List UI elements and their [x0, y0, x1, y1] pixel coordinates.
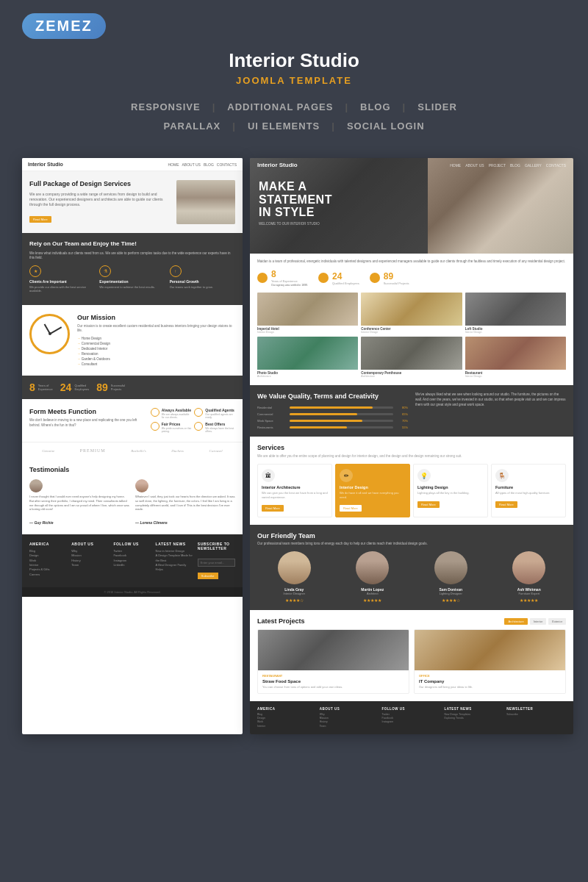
footer-col-about: ABOUT US Why Mission History Team	[71, 542, 109, 580]
form-feature-prices-text: Fair Prices We pride ourselves on fair p…	[162, 422, 192, 433]
right-stat-years-num: 8	[271, 269, 308, 279]
project-office[interactable]: Office IT Company Our designers will bri…	[414, 629, 566, 694]
bar-workspace-fill	[290, 420, 362, 422]
furniture-btn[interactable]: Read More	[495, 501, 517, 508]
mission-desc: Our mission is to create excellent custo…	[77, 324, 235, 334]
right-stat-years-label: Years of ExperienceOur agency was settle…	[271, 279, 308, 287]
feature-experiment-title: Experimentation	[99, 279, 165, 284]
team-ash: Ash Whitman Furniture Expert ★★★★★	[492, 551, 567, 603]
bar-workspace-track	[290, 420, 393, 422]
quality-desc: We've always liked what we see when look…	[415, 392, 566, 407]
project-restaurant[interactable]: Restaurant Straw Food Space You can choo…	[257, 629, 409, 694]
mission-title: Our Mission	[77, 314, 235, 321]
available-desc: We are always available for our clients.	[162, 413, 192, 419]
testimonial-2-avatar	[135, 479, 148, 492]
lighting-title: Lighting Design	[417, 485, 484, 490]
left-copyright: © 2016 Interior Studio. All Rights Reser…	[29, 590, 235, 594]
bar-residential-fill	[290, 406, 373, 409]
tab-exterior[interactable]: Exterior	[548, 618, 566, 625]
bar-residential-label: Residential	[257, 406, 287, 409]
rfc-follow-title: FOLLOW US	[382, 707, 442, 711]
stat-proj-icon	[370, 273, 380, 283]
portfolio-conference[interactable]: Conference Center Interior Design	[361, 293, 462, 334]
right-hero-nav: Interior Studio HOME ABOUT US PROJECT BL…	[250, 158, 573, 172]
testimonials-section: Testimonials I never thought that I woul…	[22, 459, 243, 534]
design-btn[interactable]: Read More	[340, 505, 362, 512]
rnav-project[interactable]: PROJECT	[489, 163, 506, 168]
footer-link-careers[interactable]: Careers	[29, 573, 67, 577]
right-hero-content: MAKE ASTATEMENTIN STYLE WELCOME TO OUR I…	[259, 180, 444, 226]
mission-item-home: Home Design	[77, 336, 235, 341]
portfolio-photo[interactable]: Photo Studio Architecture	[257, 337, 358, 378]
quality-title: We Value Quality, Terms and Creativity	[257, 392, 408, 401]
rfc-subscribe[interactable]: Subscribe	[506, 713, 566, 717]
bar-restaurants-track	[290, 426, 393, 429]
portfolio-img-loft	[465, 293, 566, 326]
left-brand: Interior Studio	[28, 162, 63, 167]
feature-pages: ADDITIONAL PAGES	[227, 98, 333, 117]
bar-residential-track	[290, 406, 393, 409]
footer-news-2[interactable]: A Design Template Made for the Best	[156, 553, 193, 563]
brand-rachelles: Rachelle's	[131, 449, 146, 453]
brand-duchess: Duchess	[171, 449, 184, 453]
feature-experiment: ⚗ Experimentation We experiment to achie…	[99, 265, 165, 298]
rnav-blog[interactable]: BLOG	[510, 163, 520, 168]
lighting-btn[interactable]: Read More	[417, 501, 440, 508]
form-feature-prices: Fair Prices We pride ourselves on fair p…	[151, 422, 192, 433]
rnav-contacts[interactable]: CONTACTS	[546, 163, 566, 168]
newsletter-subscribe-btn[interactable]: Subscribe	[198, 573, 218, 579]
team-martin: Martin Lopez Architect ★★★★★	[336, 551, 410, 603]
footer-news-3[interactable]: A Best Designer Family Helps	[156, 563, 193, 573]
rfc-interior[interactable]: Interior	[257, 725, 317, 728]
furniture-desc: All types of the most high-quality furni…	[495, 491, 562, 495]
footer-link-team[interactable]: Team	[71, 563, 109, 567]
sep1: |	[212, 98, 216, 117]
portfolio-penthouse[interactable]: Contemporary Penthouse Architecture	[361, 337, 462, 378]
service-furniture: 🪑 Furniture All types of the most high-q…	[491, 464, 566, 517]
portfolio-imperial[interactable]: Imperial Hotel Interior Design	[257, 293, 358, 334]
form-feature-available: Always Available We are always available…	[151, 408, 192, 419]
architecture-btn[interactable]: Read More	[262, 505, 284, 512]
team-desc: Our professional team members bring tons…	[257, 542, 566, 545]
footer-link-linkedin[interactable]: LinkedIn	[113, 563, 151, 567]
hero-cta-btn[interactable]: Read More	[29, 216, 51, 223]
portfolio-loft[interactable]: Loft Studio Interior Design	[465, 293, 566, 334]
rfc-team[interactable]: Team	[320, 725, 379, 728]
features-bar: RESPONSIVE | ADDITIONAL PAGES | BLOG | S…	[125, 98, 463, 117]
newsletter-input[interactable]	[198, 559, 235, 567]
portfolio-img-penthouse	[361, 337, 462, 370]
rnav-home[interactable]: HOME	[450, 163, 461, 168]
rnav-about[interactable]: ABOUT US	[465, 163, 484, 168]
available-icon	[151, 408, 159, 417]
quality-left: We Value Quality, Terms and Creativity R…	[257, 392, 408, 429]
nav-contacts: CONTACTS	[217, 162, 237, 167]
bar-workspace-label: Work Space	[257, 419, 287, 423]
feature-slider: SLIDER	[417, 98, 457, 117]
form-section-inner: Form Meets Function We don't believe in …	[29, 408, 235, 433]
portfolio-desc-loft: Interior Design	[465, 331, 566, 334]
preview-container: Interior Studio HOME ABOUT US BLOG CONTA…	[0, 143, 588, 734]
tab-interior[interactable]: Interior	[530, 618, 546, 625]
service-architecture: 🏛 Interior Architecture We can give you …	[257, 464, 332, 517]
portfolio-restaurant[interactable]: Restaurant Interior Design	[465, 337, 566, 378]
nav-about: ABOUT US	[182, 162, 200, 167]
bar-commercial-fill	[290, 413, 357, 415]
project-office-info: Office IT Company Our designers will bri…	[415, 670, 565, 693]
right-stat-proj-num: 89	[384, 271, 409, 282]
bar-restaurants: Restaurants 55%	[257, 426, 408, 429]
rfc-news-2[interactable]: Exploring Trends	[444, 717, 503, 720]
mission-section: Our Mission Our mission is to create exc…	[22, 305, 243, 376]
rnav-gallery[interactable]: GALLERY	[525, 163, 542, 168]
rfc-instagram[interactable]: Instagram	[382, 720, 442, 724]
project-restaurant-desc: You can choose from tons of options and …	[262, 685, 404, 689]
tab-architecture[interactable]: Architecture	[504, 618, 527, 625]
linda-avatar	[278, 551, 311, 584]
experiment-icon: ⚗	[99, 265, 111, 277]
right-hero: Interior Studio HOME ABOUT US PROJECT BL…	[250, 158, 573, 254]
right-nav-links: HOME ABOUT US PROJECT BLOG GALLERY CONTA…	[450, 163, 566, 168]
bar-restaurants-label: Restaurants	[257, 426, 287, 429]
feature-growth: ↑ Personal Growth Our teams work togethe…	[170, 265, 235, 298]
clients-icon: ★	[29, 265, 41, 277]
left-stats-bar: 8 Years ofExperience 24 QualifiedEmploye…	[22, 376, 243, 399]
project-office-tag: Office	[419, 674, 561, 678]
